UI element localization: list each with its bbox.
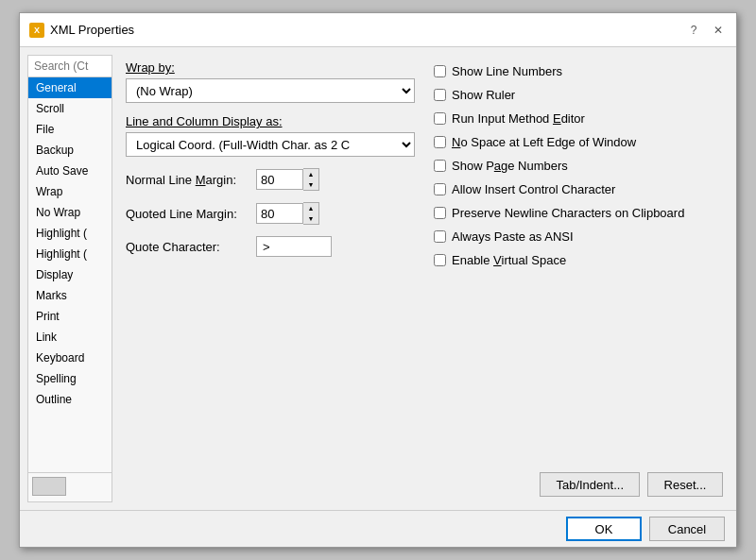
show-page-numbers-checkbox[interactable] bbox=[434, 160, 446, 172]
run-ime-label: Run Input Method Editor bbox=[452, 111, 585, 126]
normal-margin-down[interactable]: ▼ bbox=[303, 179, 318, 190]
sidebar-item-file[interactable]: File bbox=[28, 119, 112, 140]
sidebar-item-wrap[interactable]: Wrap bbox=[28, 181, 112, 202]
sidebar: General Scroll File Backup Auto Save Wra… bbox=[27, 55, 112, 502]
main-content: Wrap by: (No Wrap) Wrap by Window Wrap b… bbox=[120, 55, 729, 502]
sidebar-item-autosave[interactable]: Auto Save bbox=[28, 161, 112, 181]
checkbox-enable-virtual-space[interactable]: Enable Virtual Space bbox=[434, 251, 723, 269]
quote-char-group: Quote Character: bbox=[126, 236, 415, 257]
title-bar-controls: ? ✕ bbox=[685, 22, 727, 39]
enable-virtual-space-label: Enable Virtual Space bbox=[452, 253, 566, 267]
dialog-title: XML Properties bbox=[50, 23, 134, 37]
sidebar-item-general[interactable]: General bbox=[28, 77, 112, 98]
checkbox-preserve-newline[interactable]: Preserve Newline Characters on Clipboard bbox=[434, 204, 723, 222]
enable-virtual-space-checkbox[interactable] bbox=[434, 254, 446, 266]
sidebar-item-nowrap[interactable]: No Wrap bbox=[28, 202, 112, 223]
xml-properties-dialog: X XML Properties ? ✕ General Scroll File… bbox=[19, 12, 737, 548]
sidebar-footer bbox=[28, 472, 112, 501]
right-pane: Show Line Numbers Show Ruler Run Input M… bbox=[434, 60, 723, 463]
tab-indent-button[interactable]: Tab/Indent... bbox=[540, 472, 640, 497]
wrap-by-select[interactable]: (No Wrap) Wrap by Window Wrap by Specifi… bbox=[126, 78, 415, 103]
quoted-margin-input[interactable] bbox=[256, 203, 303, 224]
line-col-label: Line and Column Display as: bbox=[126, 114, 415, 128]
line-col-group: Line and Column Display as: Logical Coor… bbox=[126, 114, 415, 157]
quoted-margin-group: Quoted Line Margin: ▲ ▼ bbox=[126, 202, 415, 225]
quote-char-input[interactable] bbox=[256, 236, 332, 257]
help-button[interactable]: ? bbox=[685, 22, 702, 39]
checkbox-allow-insert-ctrl[interactable]: Allow Insert Control Character bbox=[434, 180, 723, 198]
normal-margin-group: Normal Line Margin: ▲ ▼ bbox=[126, 168, 415, 191]
sidebar-item-link[interactable]: Link bbox=[28, 327, 112, 348]
search-input[interactable] bbox=[28, 56, 112, 77]
checkbox-run-ime[interactable]: Run Input Method Editor bbox=[434, 110, 723, 127]
preserve-newline-checkbox[interactable] bbox=[434, 207, 446, 219]
no-space-left-label: No Space at Left Edge of Window bbox=[452, 135, 636, 149]
always-paste-ansi-checkbox[interactable] bbox=[434, 230, 446, 243]
reset-button[interactable]: Reset... bbox=[647, 472, 723, 497]
sidebar-item-display[interactable]: Display bbox=[28, 264, 112, 285]
sidebar-item-highlight1[interactable]: Highlight ( bbox=[28, 223, 112, 244]
quote-char-label: Quote Character: bbox=[126, 240, 249, 254]
normal-margin-spinner: ▲ ▼ bbox=[256, 168, 319, 191]
title-bar: X XML Properties ? ✕ bbox=[20, 13, 736, 47]
title-bar-left: X XML Properties bbox=[29, 23, 134, 38]
allow-insert-ctrl-checkbox[interactable] bbox=[434, 183, 446, 195]
normal-margin-input[interactable] bbox=[256, 169, 303, 190]
checkbox-always-paste-ansi[interactable]: Always Paste as ANSI bbox=[434, 228, 723, 246]
sidebar-item-print[interactable]: Print bbox=[28, 306, 112, 327]
sidebar-items: General Scroll File Backup Auto Save Wra… bbox=[28, 77, 112, 472]
ok-button[interactable]: OK bbox=[566, 517, 642, 541]
footer-row-1: Tab/Indent... Reset... bbox=[126, 472, 723, 497]
show-line-numbers-checkbox[interactable] bbox=[434, 65, 446, 77]
run-ime-checkbox[interactable] bbox=[434, 112, 446, 125]
checkbox-show-line-numbers[interactable]: Show Line Numbers bbox=[434, 62, 723, 80]
dialog-icon: X bbox=[29, 23, 44, 38]
normal-margin-label: Normal Line Margin: bbox=[126, 173, 249, 187]
show-page-numbers-label: Show Page Numbers bbox=[452, 159, 568, 173]
left-pane: Wrap by: (No Wrap) Wrap by Window Wrap b… bbox=[126, 60, 415, 463]
quoted-margin-buttons: ▲ ▼ bbox=[303, 202, 319, 225]
checkbox-no-space-left[interactable]: No Space at Left Edge of Window bbox=[434, 133, 723, 151]
quoted-margin-spinner: ▲ ▼ bbox=[256, 202, 319, 225]
sidebar-footer-button[interactable] bbox=[32, 477, 66, 496]
show-line-numbers-label: Show Line Numbers bbox=[452, 64, 562, 78]
sidebar-item-outline[interactable]: Outline bbox=[28, 389, 112, 410]
sidebar-item-keyboard[interactable]: Keyboard bbox=[28, 348, 112, 368]
show-ruler-label: Show Ruler bbox=[452, 88, 515, 102]
sidebar-item-spelling[interactable]: Spelling bbox=[28, 368, 112, 389]
sidebar-item-highlight2[interactable]: Highlight ( bbox=[28, 244, 112, 264]
quoted-margin-down[interactable]: ▼ bbox=[303, 213, 318, 224]
allow-insert-ctrl-label: Allow Insert Control Character bbox=[452, 182, 615, 196]
show-ruler-checkbox[interactable] bbox=[434, 89, 446, 101]
checkbox-show-ruler[interactable]: Show Ruler bbox=[434, 86, 723, 104]
cancel-button[interactable]: Cancel bbox=[649, 517, 725, 541]
normal-margin-buttons: ▲ ▼ bbox=[303, 168, 319, 191]
preserve-newline-label: Preserve Newline Characters on Clipboard bbox=[452, 206, 684, 220]
dialog-body: General Scroll File Backup Auto Save Wra… bbox=[20, 47, 736, 510]
line-col-select[interactable]: Logical Coord. (Full-Width Char. as 2 C … bbox=[126, 132, 415, 157]
sidebar-item-backup[interactable]: Backup bbox=[28, 140, 112, 161]
sidebar-item-marks[interactable]: Marks bbox=[28, 285, 112, 306]
no-space-left-checkbox[interactable] bbox=[434, 136, 446, 148]
normal-margin-up[interactable]: ▲ bbox=[303, 169, 318, 179]
close-button[interactable]: ✕ bbox=[710, 22, 727, 39]
left-right-panes: Wrap by: (No Wrap) Wrap by Window Wrap b… bbox=[126, 60, 723, 463]
dialog-footer-buttons: OK Cancel bbox=[20, 511, 736, 547]
wrap-by-label: Wrap by: bbox=[126, 60, 415, 75]
sidebar-item-scroll[interactable]: Scroll bbox=[28, 98, 112, 119]
checkbox-show-page-numbers[interactable]: Show Page Numbers bbox=[434, 157, 723, 175]
wrap-by-group: Wrap by: (No Wrap) Wrap by Window Wrap b… bbox=[126, 60, 415, 103]
quoted-margin-label: Quoted Line Margin: bbox=[126, 207, 249, 221]
quoted-margin-up[interactable]: ▲ bbox=[303, 203, 318, 213]
always-paste-ansi-label: Always Paste as ANSI bbox=[452, 229, 574, 244]
